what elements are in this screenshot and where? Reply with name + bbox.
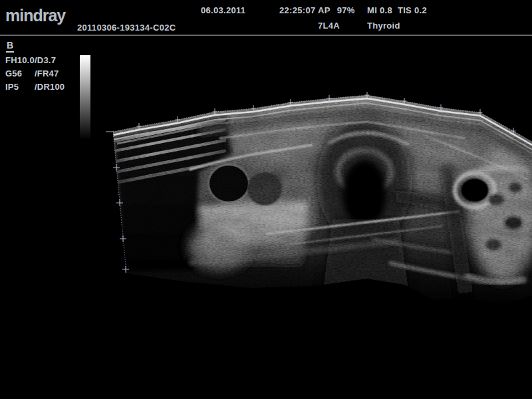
mi-tis-readout: MI 0.8TIS 0.2 [367,5,427,15]
ultrasound-screen: mindray 20110306-193134-C02C 06.03.2011 … [0,0,532,399]
exam-time: 22:25:07 [279,5,315,15]
exam-id: 20110306-193134-C02C [77,23,176,33]
exam-date: 06.03.2011 [201,5,245,15]
acoustic-power: AP97% [318,5,355,15]
mi-value: MI 0.8 [367,5,392,15]
exam-preset: Thyroid [367,21,400,31]
acoustic-power-value: 97% [337,5,355,15]
acoustic-power-label: AP [318,5,331,15]
probe-name: 7L4A [318,21,340,31]
ultrasound-image-area[interactable] [0,36,532,399]
scan-fan [93,86,532,313]
ultrasound-scan [0,36,532,399]
tis-value: TIS 0.2 [398,5,427,15]
brand-logo: mindray [5,6,65,25]
